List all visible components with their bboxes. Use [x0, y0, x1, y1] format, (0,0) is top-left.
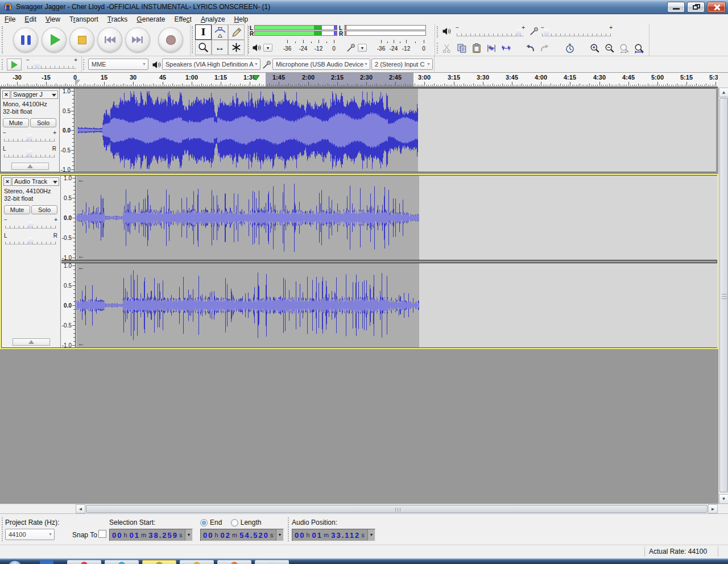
pan-slider[interactable]: LR [4, 233, 57, 247]
audio-host-combo[interactable]: MME▼ [88, 59, 148, 70]
timeshift-tool[interactable]: ↔ [212, 40, 228, 55]
audio-track-2[interactable]: ×Audio TrackStereo, 44100Hz32-bit floatM… [1, 175, 717, 348]
taskbar-app-button[interactable] [67, 560, 101, 564]
horizontal-scroll-thumb[interactable] [86, 505, 708, 513]
forward-button[interactable] [125, 27, 150, 52]
envelope-tool[interactable] [212, 24, 228, 40]
snap-to-checkbox[interactable] [98, 530, 106, 538]
scroll-up-button[interactable]: ▲ [719, 88, 728, 97]
windows-taskbar[interactable] [0, 558, 728, 564]
menu-file[interactable]: File [0, 15, 20, 23]
track-collapse-button[interactable] [11, 163, 49, 170]
selection-end-field[interactable]: 00h02m54.520s▼ [200, 529, 284, 541]
playback-meter-speaker-icon[interactable] [252, 43, 261, 55]
play-at-speed-button[interactable] [7, 59, 22, 70]
zoom-fit-button[interactable] [632, 42, 646, 55]
vertical-scroll-thumb[interactable] [719, 98, 728, 492]
start-orb[interactable] [7, 560, 22, 564]
zoom-out-button[interactable] [603, 42, 617, 55]
time-format-dropdown[interactable]: ▼ [185, 529, 192, 541]
sync-lock-button[interactable] [563, 42, 577, 55]
silence-button[interactable] [499, 42, 513, 55]
menu-transport[interactable]: Transport [65, 15, 103, 23]
timeline-ruler[interactable]: -30-1501530451:001:151:301:452:002:152:3… [0, 73, 718, 87]
multi-tool[interactable] [228, 40, 245, 55]
taskbar-app-button[interactable] [105, 560, 139, 564]
track-collapse-button[interactable] [13, 338, 50, 346]
input-volume-slider[interactable]: −+ [541, 24, 613, 39]
horizontal-scrollbar[interactable]: ◄ ► [0, 504, 728, 513]
recording-meter-dropdown[interactable]: ▼ [358, 44, 367, 52]
record-button[interactable] [158, 27, 183, 52]
solo-button[interactable]: Solo [31, 205, 57, 214]
mute-button[interactable]: Mute [3, 118, 29, 127]
gain-slider[interactable]: −+ [4, 217, 57, 231]
scroll-left-button[interactable]: ◄ [76, 504, 85, 513]
zoom-in-button[interactable] [588, 42, 602, 55]
end-radio[interactable] [200, 519, 208, 526]
track-title[interactable]: Audio Track [12, 177, 59, 186]
rewind-button[interactable] [97, 27, 122, 52]
taskbar-pinned-icon[interactable] [40, 561, 53, 564]
playback-device-combo[interactable]: Speakers (VIA High Definition A▼ [162, 59, 260, 70]
menu-effect[interactable]: Effect [169, 15, 196, 23]
menu-view[interactable]: View [41, 15, 65, 23]
waveform-canvas[interactable] [76, 263, 717, 347]
output-volume-slider[interactable]: −+ [456, 24, 525, 39]
paste-button[interactable] [470, 42, 483, 55]
waveform-canvas[interactable] [76, 176, 717, 260]
restore-button[interactable] [687, 2, 705, 13]
cut-button[interactable] [440, 42, 454, 55]
recording-meter-mic-icon[interactable] [346, 43, 355, 55]
recording-channels-combo[interactable]: 2 (Stereo) Input C▼ [371, 59, 433, 70]
pause-button[interactable] [13, 27, 38, 52]
solo-button[interactable]: Solo [30, 118, 56, 127]
stop-button[interactable] [69, 27, 94, 52]
menu-analyze[interactable]: Analyze [196, 15, 230, 23]
audio-track-1[interactable]: ×Swagger JMono, 44100Hz32-bit floatMuteS… [0, 88, 716, 172]
pan-slider[interactable]: LR [3, 146, 56, 160]
ruler-tick [485, 85, 485, 86]
copy-button[interactable] [455, 42, 469, 55]
scroll-down-button[interactable]: ▼ [719, 494, 728, 504]
recording-scale-tick [406, 40, 407, 43]
zoom-selection-button[interactable] [618, 42, 631, 55]
close-button[interactable] [707, 2, 726, 13]
mute-button[interactable]: Mute [4, 205, 30, 214]
track-menu-icon[interactable] [53, 181, 57, 186]
track-close-button[interactable]: × [3, 177, 11, 186]
selection-start-field[interactable]: 00h01m38.259s▼ [109, 529, 193, 541]
scroll-right-button[interactable]: ► [708, 504, 718, 513]
length-radio[interactable] [231, 519, 238, 526]
draw-tool[interactable] [228, 24, 245, 40]
menu-tracks[interactable]: Tracks [103, 15, 133, 23]
play-speed-slider[interactable]: −+ [26, 57, 77, 72]
time-format-dropdown[interactable]: ▼ [367, 529, 375, 541]
redo-button[interactable] [538, 42, 552, 55]
zoom-tool[interactable] [195, 40, 212, 55]
waveform-canvas[interactable] [75, 89, 716, 172]
taskbar-app-button[interactable] [142, 560, 176, 564]
project-rate-combo[interactable]: 44100▼ [5, 529, 55, 540]
trim-button[interactable] [485, 42, 498, 55]
taskbar-app-button[interactable] [217, 560, 251, 564]
gain-slider[interactable]: −+ [3, 130, 56, 144]
menu-generate[interactable]: Generate [132, 15, 169, 23]
recording-device-combo[interactable]: Microphone (USB Audio Device▼ [272, 59, 370, 70]
track-menu-icon[interactable] [52, 94, 56, 99]
track-title[interactable]: Swagger J [11, 90, 58, 99]
selection-tool[interactable]: I [195, 24, 212, 40]
taskbar-app-button[interactable] [180, 560, 214, 564]
minimize-button[interactable] [667, 2, 685, 13]
menu-help[interactable]: Help [230, 15, 253, 23]
audio-position-field[interactable]: 00h01m33.112s▼ [292, 529, 375, 541]
track-waveform-region: 1.00.50.0-0.5-1.0 [60, 89, 715, 172]
undo-button[interactable] [523, 42, 537, 55]
play-button[interactable] [42, 27, 67, 52]
track-close-button[interactable]: × [2, 90, 10, 99]
menu-edit[interactable]: Edit [20, 15, 41, 23]
time-format-dropdown[interactable]: ▼ [276, 529, 283, 541]
vertical-scrollbar[interactable]: ▲ ▼ [718, 88, 728, 504]
playback-meter-dropdown[interactable]: ▼ [263, 44, 272, 52]
taskbar-app-button[interactable] [255, 560, 289, 564]
